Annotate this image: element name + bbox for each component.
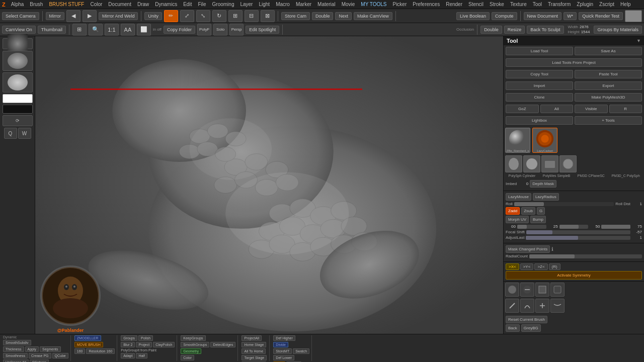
camview-on-btn[interactable]: CamView On [2, 26, 36, 34]
color-white-btn[interactable] [3, 94, 33, 103]
menu-macro[interactable]: Macro [274, 2, 291, 7]
tool-expand-btn[interactable]: ▼ [636, 38, 641, 43]
lazycadset-btn[interactable]: LazyRadius [533, 193, 559, 201]
depth-mask-btn[interactable]: Depth Mask [530, 180, 556, 188]
sym-icon-btn[interactable]: ⊟ [245, 10, 259, 22]
menu-dynamics[interactable]: Dynamics [153, 2, 179, 7]
menu-brush[interactable]: Brush [28, 2, 44, 7]
color-btn[interactable]: Color [181, 355, 194, 360]
s2-slider[interactable] [517, 225, 546, 229]
import-btn[interactable]: Import [506, 81, 573, 90]
copy-tool-btn[interactable]: Copy Tool [506, 70, 573, 78]
menu-draw[interactable]: Draw [136, 2, 150, 7]
menu-preferences[interactable]: Preferences [411, 2, 441, 7]
zmodeller-btn[interactable]: ZMODELLER [74, 335, 101, 341]
mask-ca-btn[interactable] [520, 283, 534, 297]
material-btn[interactable] [3, 72, 33, 93]
wstar-btn[interactable]: W* [564, 12, 577, 20]
apply-btn[interactable]: Apply [25, 346, 39, 352]
viewport[interactable]: @Pablander [35, 36, 503, 334]
menu-zscript[interactable]: Zscript [598, 2, 616, 7]
move-icon-btn[interactable]: ⤢ [180, 10, 194, 22]
clay-polish-btn[interactable]: ClayPolish [153, 342, 175, 347]
pm3d-polysph-thumb[interactable] [559, 155, 577, 172]
alpha-btn[interactable] [3, 38, 33, 49]
clone-btn[interactable]: Clone [506, 93, 573, 102]
qcube-btn[interactable]: QCube [52, 353, 68, 358]
menu-tool[interactable]: Tool [531, 2, 543, 7]
floor-icon-btn[interactable]: ⊠ [261, 10, 275, 22]
geometry-btn[interactable]: Geometry [181, 348, 201, 354]
resize-btn[interactable]: Resize [504, 26, 525, 34]
menu-grooming[interactable]: Grooming [211, 2, 236, 7]
half-btn[interactable]: Half [136, 353, 147, 358]
double-btn2[interactable]: Double [480, 26, 502, 34]
menu-stencil[interactable]: Stencil [467, 2, 485, 7]
menu-material[interactable]: Material [316, 2, 337, 7]
quick-render-test-btn[interactable]: Quick Render Test [579, 12, 623, 20]
mask-changed-points-btn[interactable]: Mask Changed Points [506, 245, 550, 253]
thickness-btn[interactable]: Thickness [3, 346, 24, 352]
solo-btn[interactable]: Solo [213, 24, 227, 36]
lazymouse-btn[interactable]: LazyMouse [506, 193, 531, 201]
paste-tool-btn[interactable]: Paste Tool [575, 70, 642, 78]
def-higher-btn[interactable]: Def Higher [273, 335, 295, 341]
polyf-btn[interactable]: PolyF [197, 24, 211, 36]
groups-by-materials-btn[interactable]: Groups By Materials [594, 26, 642, 34]
toggle-btn[interactable]: ⟳ [3, 115, 33, 126]
poly-cyl-thumb[interactable] [505, 155, 522, 172]
menu-texture[interactable]: Texture [509, 2, 528, 7]
menu-brushstuff[interactable]: BRUSH STUFF [47, 2, 86, 7]
select-le-btn[interactable] [550, 283, 565, 297]
def-lower-btn[interactable]: Def Lower [273, 355, 294, 360]
roll-slider[interactable] [514, 202, 614, 206]
r-btn[interactable]: R [609, 105, 642, 113]
menu-picker[interactable]: Picker [391, 2, 408, 7]
visible-btn[interactable]: Visible [575, 105, 608, 113]
next-btn2[interactable]: Next [335, 12, 352, 20]
make-camview-btn[interactable]: Make CamView [354, 12, 392, 20]
uncrease-all-btn[interactable]: UnCrease All [3, 359, 29, 362]
smoothness-btn[interactable]: Smoothness [3, 353, 28, 358]
slicecur-btn[interactable] [535, 299, 549, 313]
swatch-btn[interactable]: Swatch [293, 348, 309, 354]
double-btn[interactable]: Double [312, 12, 334, 20]
persp-btn[interactable]: Persp [229, 24, 244, 36]
menu-file[interactable]: File [196, 2, 207, 7]
x-axis-btn[interactable]: >X< [506, 263, 519, 270]
blur-btn[interactable]: Blur 2 [121, 342, 135, 347]
back-btn[interactable]: Back [506, 324, 520, 332]
zadd-btn[interactable]: Zadd [506, 207, 520, 215]
menu-movie[interactable]: Movie [340, 2, 357, 7]
bump-btn[interactable]: Bump [530, 216, 546, 223]
menu-light[interactable]: Light [257, 2, 271, 7]
reset-current-brush-btn[interactable]: Reset Current Brush [506, 316, 547, 323]
mask-info-icon[interactable]: ℹ [551, 246, 553, 252]
move-brush-btn[interactable]: MOVE BRUSH [74, 342, 103, 347]
poly-simple-thumb[interactable] [523, 155, 540, 172]
export-btn[interactable]: Export [575, 81, 642, 90]
menu-edit[interactable]: Edit [182, 2, 193, 7]
lightbox-btn[interactable]: Lightbox [506, 116, 573, 125]
menu-help[interactable]: Help [619, 2, 632, 7]
g-btn[interactable]: G [537, 207, 545, 215]
y-axis-btn[interactable]: >Y< [520, 263, 534, 270]
menu-render[interactable]: Render [444, 2, 464, 7]
focal-shift-slider[interactable] [526, 230, 630, 234]
zibe-standard-thumb[interactable]: ZBe_Standard_s [505, 128, 530, 153]
thumbnail-btn[interactable]: Thumbnail [38, 26, 66, 34]
tools-btn[interactable]: + Tools [575, 116, 642, 125]
copy-folder-btn[interactable]: Copy Folder [164, 26, 195, 34]
morph-uv-btn[interactable]: Morph UV [506, 216, 529, 223]
crease-pg-btn[interactable]: Crease PG [29, 353, 51, 358]
radial-count-slider[interactable] [529, 254, 642, 258]
goz-btn[interactable]: GoZ [506, 105, 539, 113]
new-document-btn[interactable]: New Document [524, 12, 562, 20]
menu-mytools[interactable]: MY TOOLS [359, 2, 388, 7]
menu-stroke[interactable]: Stroke [488, 2, 506, 7]
draw-icon-btn[interactable]: ✏ [164, 10, 178, 22]
menu-layer[interactable]: Layer [238, 2, 254, 7]
qsphere-btn[interactable]: QSphere [30, 359, 49, 362]
detect-edges-btn[interactable]: DetectEdges [210, 342, 235, 347]
prev-btn[interactable]: ◀ [66, 10, 80, 22]
